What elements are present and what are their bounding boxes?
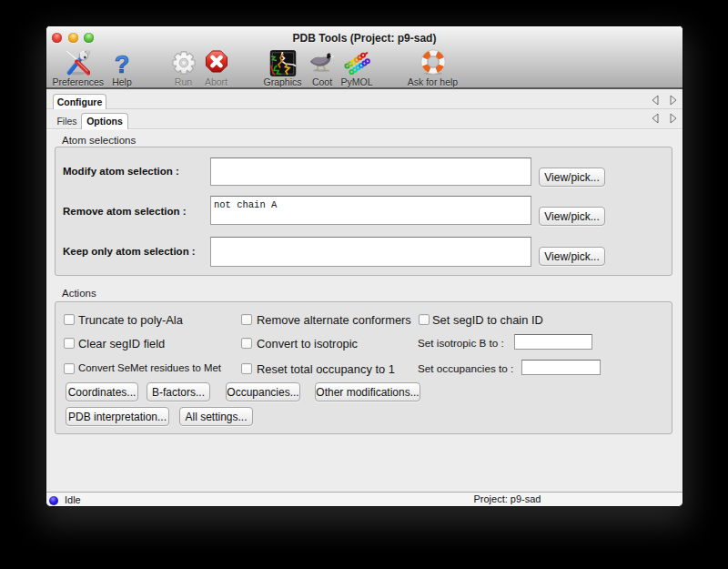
svg-text:?: ? — [115, 53, 130, 76]
